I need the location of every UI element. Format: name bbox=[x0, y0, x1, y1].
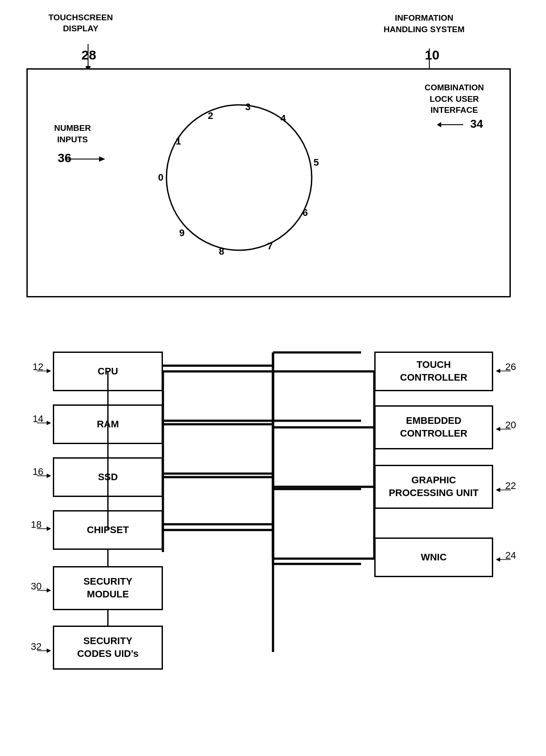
touchscreen-display-label: TOUCHSCREEN DISPLAY bbox=[48, 12, 113, 34]
touch-controller-box: TOUCH CONTROLLER bbox=[374, 352, 493, 391]
svg-marker-30 bbox=[47, 369, 51, 373]
svg-marker-38 bbox=[47, 588, 51, 593]
svg-point-8 bbox=[166, 105, 312, 250]
cpu-box: CPU bbox=[53, 352, 163, 391]
svg-text:5: 5 bbox=[314, 157, 319, 168]
combo-lock-number: 34 bbox=[470, 117, 483, 131]
embedded-controller-box: EMBEDDED CONTROLLER bbox=[374, 405, 493, 449]
svg-marker-44 bbox=[496, 427, 500, 431]
wnic-box: WNIC bbox=[374, 537, 493, 577]
svg-marker-36 bbox=[47, 526, 51, 531]
touchscreen-display-number: 28 bbox=[81, 48, 96, 63]
arrow-wnic-ref bbox=[494, 556, 511, 563]
svg-text:4: 4 bbox=[280, 113, 286, 124]
svg-text:2: 2 bbox=[208, 110, 213, 121]
arrow-number-inputs bbox=[66, 152, 111, 166]
display-box: COMBINATION LOCK USER INTERFACE 34 NUMBE… bbox=[26, 68, 511, 297]
svg-marker-40 bbox=[47, 649, 51, 653]
svg-marker-34 bbox=[47, 474, 51, 478]
arrow-cpu-ref bbox=[37, 367, 54, 374]
svg-text:8: 8 bbox=[219, 246, 224, 257]
arrow-chipset-ref bbox=[37, 525, 54, 532]
ram-box: RAM bbox=[53, 404, 163, 444]
arrow-security-module-ref bbox=[37, 587, 54, 594]
arrow-combo-lock bbox=[437, 118, 468, 131]
svg-text:6: 6 bbox=[303, 207, 308, 218]
svg-text:1: 1 bbox=[176, 136, 181, 147]
security-codes-box: SECURITY CODES UID's bbox=[53, 626, 163, 670]
ihs-label: INFORMATION HANDLING SYSTEM bbox=[384, 12, 465, 35]
security-module-box: SECURITY MODULE bbox=[53, 566, 163, 610]
chipset-box: CHIPSET bbox=[53, 510, 163, 550]
svg-text:0: 0 bbox=[158, 172, 163, 183]
svg-marker-46 bbox=[496, 488, 500, 492]
svg-text:3: 3 bbox=[245, 101, 251, 112]
combination-lock-circle: 0 1 2 3 4 5 6 7 8 9 bbox=[142, 92, 336, 263]
arrow-ram-ref bbox=[37, 419, 54, 426]
number-inputs-label: NUMBER INPUTS bbox=[54, 122, 91, 145]
svg-text:7: 7 bbox=[267, 241, 273, 252]
arrow-touch-controller-ref bbox=[494, 367, 511, 374]
svg-marker-42 bbox=[496, 369, 500, 373]
arrow-gpu-ref bbox=[494, 486, 511, 493]
svg-marker-5 bbox=[437, 122, 441, 127]
ihs-number: 10 bbox=[425, 48, 439, 63]
arrow-security-codes-ref bbox=[37, 647, 54, 654]
number-inputs-number: 36 bbox=[58, 151, 71, 165]
combo-lock-label: COMBINATION LOCK USER INTERFACE bbox=[424, 82, 484, 116]
svg-marker-32 bbox=[47, 421, 51, 425]
svg-marker-48 bbox=[496, 557, 500, 562]
arrow-ssd-ref bbox=[37, 472, 54, 479]
ssd-box: SSD bbox=[53, 457, 163, 497]
svg-text:9: 9 bbox=[179, 227, 184, 238]
gpu-box: GRAPHIC PROCESSING UNIT bbox=[374, 465, 493, 509]
arrow-embedded-controller-ref bbox=[494, 426, 511, 433]
svg-marker-7 bbox=[99, 156, 105, 162]
